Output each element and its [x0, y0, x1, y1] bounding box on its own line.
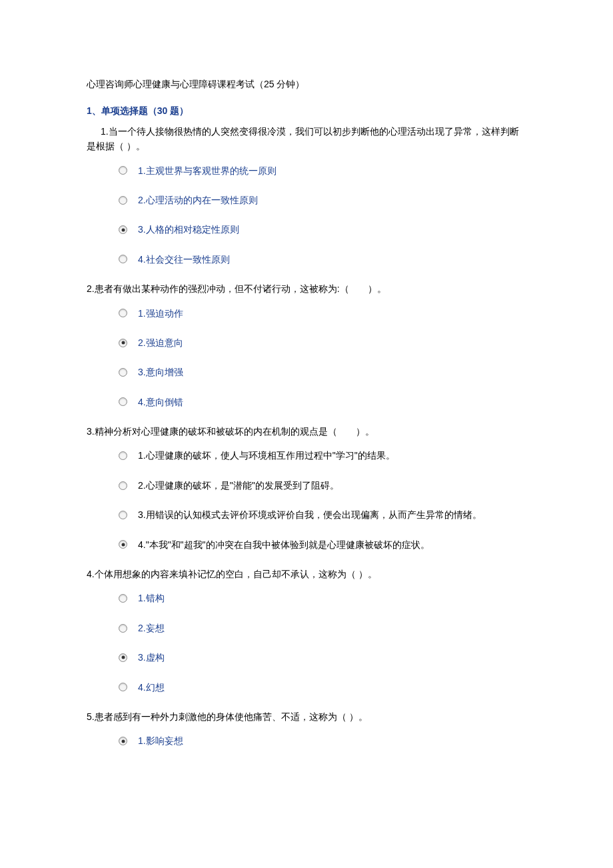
option-label: 4."本我"和"超我"的冲突在自我中被体验到就是心理健康被破坏的症状。 — [138, 537, 430, 552]
options-list: 1.心理健康的破坏，使人与环境相互作用过程中"学习"的结果。2.心理健康的破坏，… — [87, 448, 526, 552]
option[interactable]: 4.社会交往一致性原则 — [119, 252, 526, 267]
option-label: 3.意向增强 — [138, 365, 183, 379]
option-label: 3.虚构 — [138, 650, 165, 665]
question: 4.个体用想象的内容来填补记忆的空白，自己却不承认，这称为（ ）。1.错构2.妄… — [87, 567, 526, 695]
question: 5.患者感到有一种外力刺激他的身体使他痛苦、不适，这称为（ ）。1.影响妄想 — [87, 709, 526, 749]
option-label: 4.社会交往一致性原则 — [138, 252, 230, 267]
option-label: 1.影响妄想 — [138, 733, 183, 748]
option[interactable]: 2.强迫意向 — [119, 335, 526, 350]
option-label: 1.心理健康的破坏，使人与环境相互作用过程中"学习"的结果。 — [138, 448, 395, 463]
question: 3.精神分析对心理健康的破坏和被破坏的内在机制的观点是（ ）。1.心理健康的破坏… — [87, 424, 526, 552]
option-label: 1.强迫动作 — [138, 306, 183, 321]
option-label: 2.强迫意向 — [138, 335, 183, 350]
radio-button[interactable] — [119, 255, 127, 263]
radio-button[interactable] — [119, 683, 127, 691]
section-title: 1、单项选择题（30 题） — [87, 103, 526, 118]
option[interactable]: 1.主观世界与客观世界的统一原则 — [119, 163, 526, 178]
option[interactable]: 3.意向增强 — [119, 365, 526, 379]
radio-button[interactable] — [119, 737, 127, 745]
question: 2.患者有做出某种动作的强烈冲动，但不付诸行动，这被称为:（ ）。1.强迫动作2… — [87, 281, 526, 409]
option[interactable]: 1.心理健康的破坏，使人与环境相互作用过程中"学习"的结果。 — [119, 448, 526, 463]
option-label: 3.用错误的认知模式去评价环境或评价自我，便会出现偏离，从而产生异常的情绪。 — [138, 507, 482, 522]
question-text: 1.当一个待人接物很热情的人突然变得很冷漠，我们可以初步判断他的心理活动出现了异… — [87, 124, 526, 154]
radio-button[interactable] — [119, 511, 127, 519]
option[interactable]: 4.幻想 — [119, 680, 526, 695]
question: 1.当一个待人接物很热情的人突然变得很冷漠，我们可以初步判断他的心理活动出现了异… — [87, 124, 526, 267]
question-text: 5.患者感到有一种外力刺激他的身体使他痛苦、不适，这称为（ ）。 — [87, 709, 526, 724]
radio-button[interactable] — [119, 309, 127, 317]
radio-button[interactable] — [119, 624, 127, 633]
radio-button[interactable] — [119, 594, 127, 603]
option[interactable]: 3.虚构 — [119, 650, 526, 665]
questions-container: 1.当一个待人接物很热情的人突然变得很冷漠，我们可以初步判断他的心理活动出现了异… — [87, 124, 526, 749]
option[interactable]: 3.用错误的认知模式去评价环境或评价自我，便会出现偏离，从而产生异常的情绪。 — [119, 507, 526, 522]
option-label: 1.主观世界与客观世界的统一原则 — [138, 163, 277, 178]
option[interactable]: 2.心理健康的破坏，是"潜能"的发展受到了阻碍。 — [119, 478, 526, 493]
option-label: 1.错构 — [138, 591, 165, 605]
radio-button[interactable] — [119, 339, 127, 347]
radio-button[interactable] — [119, 397, 127, 406]
option[interactable]: 1.影响妄想 — [119, 733, 526, 748]
question-text: 4.个体用想象的内容来填补记忆的空白，自己却不承认，这称为（ ）。 — [87, 567, 526, 581]
radio-button[interactable] — [119, 653, 127, 662]
radio-button[interactable] — [119, 451, 127, 460]
question-text: 2.患者有做出某种动作的强烈冲动，但不付诸行动，这被称为:（ ）。 — [87, 281, 526, 296]
option-label: 3.人格的相对稳定性原则 — [138, 222, 239, 237]
option-label: 4.意向倒错 — [138, 395, 183, 409]
option-label: 2.妄想 — [138, 621, 165, 635]
options-list: 1.主观世界与客观世界的统一原则2.心理活动的内在一致性原则3.人格的相对稳定性… — [87, 163, 526, 267]
radio-button[interactable] — [119, 166, 127, 175]
options-list: 1.错构2.妄想3.虚构4.幻想 — [87, 591, 526, 695]
option[interactable]: 3.人格的相对稳定性原则 — [119, 222, 526, 237]
option-label: 2.心理活动的内在一致性原则 — [138, 193, 258, 207]
radio-button[interactable] — [119, 225, 127, 234]
option-label: 4.幻想 — [138, 680, 165, 695]
question-text: 3.精神分析对心理健康的破坏和被破坏的内在机制的观点是（ ）。 — [87, 424, 526, 439]
option[interactable]: 2.妄想 — [119, 621, 526, 635]
option[interactable]: 4."本我"和"超我"的冲突在自我中被体验到就是心理健康被破坏的症状。 — [119, 537, 526, 552]
option[interactable]: 2.心理活动的内在一致性原则 — [119, 193, 526, 207]
exam-title: 心理咨询师心理健康与心理障碍课程考试（25 分钟） — [87, 77, 526, 91]
option[interactable]: 1.错构 — [119, 591, 526, 605]
option-label: 2.心理健康的破坏，是"潜能"的发展受到了阻碍。 — [138, 478, 339, 493]
option[interactable]: 4.意向倒错 — [119, 395, 526, 409]
option[interactable]: 1.强迫动作 — [119, 306, 526, 321]
options-list: 1.影响妄想 — [87, 733, 526, 748]
radio-button[interactable] — [119, 196, 127, 205]
radio-button[interactable] — [119, 481, 127, 490]
radio-button[interactable] — [119, 540, 127, 549]
options-list: 1.强迫动作2.强迫意向3.意向增强4.意向倒错 — [87, 306, 526, 410]
radio-button[interactable] — [119, 368, 127, 377]
